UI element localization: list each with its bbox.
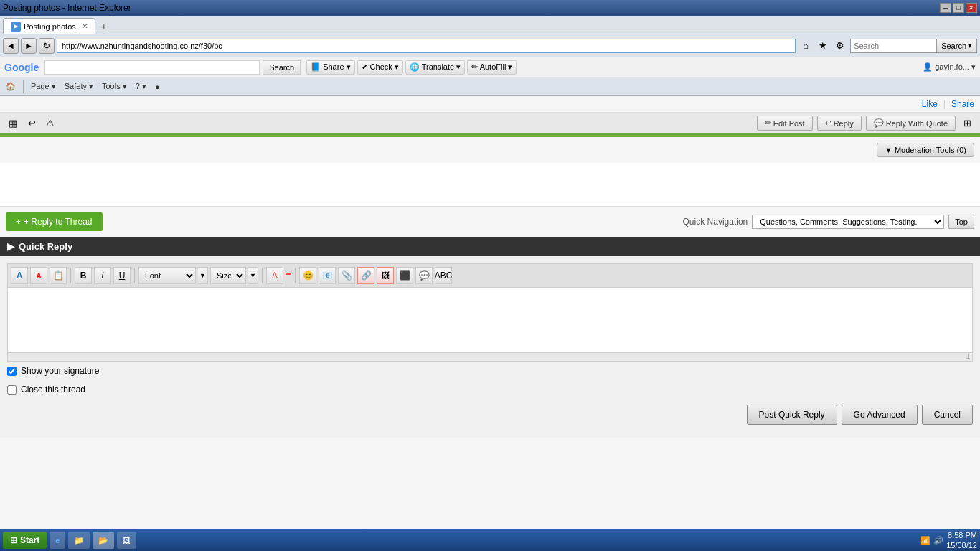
autofill-tool-button[interactable]: ✏ AutoFill ▾	[467, 60, 517, 75]
reply-textarea[interactable]	[8, 288, 972, 352]
arrow-icon: ▶	[7, 241, 14, 252]
show-signature-label[interactable]: Show your signature	[21, 366, 99, 376]
address-input[interactable]	[57, 39, 796, 53]
translate-tool-button[interactable]: 🌐 Translate ▾	[405, 60, 465, 75]
active-tab[interactable]: ▶ Posting photos ✕	[3, 18, 95, 34]
share-tool-button[interactable]: 📘 Share ▾	[306, 60, 354, 75]
edit-post-button[interactable]: ✏ Edit Post	[757, 116, 813, 131]
home-toolbar-button[interactable]: 🏠	[3, 80, 19, 93]
reply-button[interactable]: ↩ Reply	[817, 116, 862, 131]
home-icon[interactable]: ⌂	[798, 38, 814, 54]
cancel-button[interactable]: Cancel	[922, 405, 973, 425]
volume-icon: 🔊	[933, 536, 943, 545]
google-logo: Google	[4, 62, 39, 73]
font-color-button[interactable]: A	[11, 267, 28, 284]
post-icon-1[interactable]: ▦	[6, 116, 20, 131]
refresh-button[interactable]: ↻	[39, 38, 55, 54]
text-color-indicator	[286, 273, 291, 275]
image-icon: 🖼	[123, 536, 131, 545]
quick-reply-header: ▶ Quick Reply	[0, 237, 980, 256]
google-search-input[interactable]	[44, 60, 260, 75]
emoticon-button[interactable]: 😊	[299, 267, 316, 284]
ie-toolbar: 🏠 Page ▾ Safety ▾ Tools ▾ ? ▾ ●	[0, 77, 980, 96]
close-button[interactable]: ✕	[966, 3, 977, 13]
editor-container: ⟘ Insert Image	[7, 287, 973, 362]
user-name[interactable]: gavin.fo... ▾	[935, 62, 976, 72]
more-options-icon[interactable]: ⊞	[960, 116, 974, 131]
moderation-tools-button[interactable]: ▼ Moderation Tools (0)	[877, 143, 974, 157]
minimize-button[interactable]: ─	[940, 3, 951, 13]
clipboard-button[interactable]: 📋	[50, 267, 67, 284]
like-link[interactable]: Like	[922, 99, 938, 109]
editor-sep-4	[295, 268, 296, 283]
new-tab-button[interactable]: +	[97, 19, 111, 34]
text-color-button[interactable]: A	[266, 267, 283, 284]
back-button[interactable]: ◄	[3, 38, 19, 54]
quick-reply-title: Quick Reply	[19, 241, 72, 252]
show-signature-checkbox[interactable]	[7, 367, 17, 376]
editor-sep-1	[70, 268, 71, 283]
favorites-icon[interactable]: ★	[815, 38, 831, 54]
maximize-button[interactable]: □	[953, 3, 964, 13]
bold-button[interactable]: B	[75, 267, 92, 284]
underline-button[interactable]: U	[113, 267, 131, 284]
spellcheck-button[interactable]: ABC	[435, 267, 452, 284]
size-select[interactable]: Size	[210, 267, 246, 284]
font-size-button[interactable]: A	[30, 267, 47, 284]
safety-toolbar-button[interactable]: Safety ▾	[62, 80, 96, 93]
editor-wrapper: ⟘	[7, 287, 973, 362]
taskbar-item-image[interactable]: 🖼	[117, 532, 136, 549]
top-button[interactable]: Top	[948, 215, 974, 229]
quick-nav-label: Quick Navigation	[683, 217, 748, 227]
search-button[interactable]: Search▾	[936, 39, 977, 53]
help-toolbar-button[interactable]: ? ▾	[133, 80, 149, 93]
close-thread-checkbox[interactable]	[7, 385, 17, 395]
taskbar-item-explorer[interactable]: 📁	[68, 532, 90, 549]
attachment-button[interactable]: 📎	[338, 267, 355, 284]
quote-icon: 💬	[874, 118, 884, 128]
link-button[interactable]: 🔗	[357, 267, 374, 284]
post-icon-warn[interactable]: ⚠	[43, 116, 57, 131]
italic-button[interactable]: I	[94, 267, 111, 284]
size-dropdown-icon[interactable]: ▼	[248, 267, 258, 284]
tab-close-icon[interactable]: ✕	[82, 22, 88, 30]
google-bar: Google Search 📘 Share ▾ ✔ Check ▾ 🌐 Tran…	[0, 57, 980, 77]
search-input[interactable]	[850, 39, 936, 53]
post-actions-top: Like | Share	[0, 96, 980, 113]
forward-button[interactable]: ►	[21, 38, 37, 54]
like-share-separator: |	[943, 99, 946, 109]
font-select[interactable]: Font	[138, 267, 196, 284]
ie-icon: e	[55, 536, 60, 545]
taskbar-item-folder[interactable]: 📂	[93, 532, 114, 549]
post-quick-reply-button[interactable]: Post Quick Reply	[747, 405, 837, 425]
extra-toolbar-button[interactable]: ●	[152, 81, 163, 93]
google-search-button[interactable]: Search	[263, 60, 301, 75]
resize-handle[interactable]: ⟘	[963, 353, 972, 362]
close-thread-label[interactable]: Close this thread	[21, 385, 85, 395]
reply-thread-button[interactable]: + + Reply to Thread	[6, 212, 103, 231]
tools-toolbar-button[interactable]: Tools ▾	[99, 80, 130, 93]
post-icon-2[interactable]: ↩	[24, 116, 39, 131]
window-controls: ─ □ ✕	[940, 3, 977, 13]
reply-with-quote-button[interactable]: 💬 Reply With Quote	[866, 116, 956, 131]
clock-time: 8:58 PM	[946, 530, 977, 540]
check-tool-button[interactable]: ✔ Check ▾	[357, 60, 403, 75]
quick-nav-select[interactable]: Questions, Comments, Suggestions, Testin…	[752, 215, 944, 229]
post-content-area	[0, 163, 980, 206]
settings-icon[interactable]: ⚙	[832, 38, 848, 54]
address-bar: ◄ ► ↻ ⌂ ★ ⚙ Search▾	[0, 34, 980, 57]
page-toolbar-button[interactable]: Page ▾	[28, 80, 59, 93]
main-content: Like | Share ▦ ↩ ⚠ ✏ Edit Post ↩ Reply 💬…	[0, 96, 980, 529]
email-button[interactable]: 📧	[319, 267, 336, 284]
code-button[interactable]: 💬	[415, 267, 433, 284]
toolbar-separator	[23, 80, 24, 93]
start-button[interactable]: ⊞ Start	[3, 532, 47, 549]
insert-image-button[interactable]: 🖼	[377, 267, 394, 284]
taskbar-item-ie[interactable]: e	[50, 532, 65, 549]
go-advanced-button[interactable]: Go Advanced	[842, 405, 918, 425]
search-box: Search▾	[850, 39, 977, 53]
font-dropdown-icon[interactable]: ▼	[198, 267, 208, 284]
table-button[interactable]: ⬛	[396, 267, 413, 284]
clock-date: 15/08/12	[946, 540, 977, 550]
share-link[interactable]: Share	[951, 99, 974, 109]
